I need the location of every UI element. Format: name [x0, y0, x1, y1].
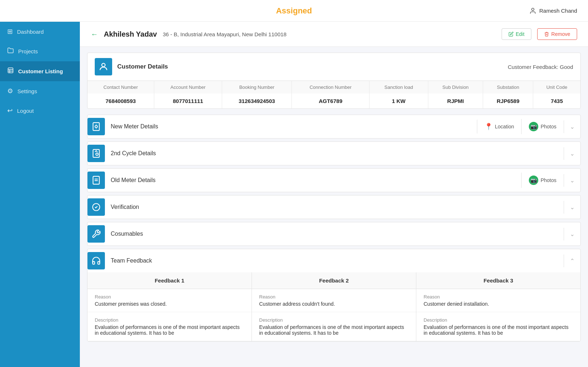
feedback-3-header: Feedback 3 [416, 272, 580, 289]
feedback-col-2: Feedback 2 Reason Customer address could… [252, 272, 416, 341]
accordion-2nd-cycle: 2nd Cycle Details ⌄ [87, 141, 581, 165]
old-meter-photos-button[interactable]: 📷 Photos [521, 173, 564, 188]
wrench-icon [91, 229, 101, 239]
back-button[interactable]: ← [91, 30, 98, 38]
accordion-old-meter: Old Meter Details 📷 Photos ⌄ [87, 168, 581, 192]
location-icon: 📍 [485, 123, 493, 131]
main-layout: ⊞ Dashboard Projects Customer Listing [0, 22, 588, 367]
col-header-sanction: Sanction load [369, 81, 428, 94]
top-header: Assigned Ramesh Chand [0, 0, 588, 22]
feedback-col-3: Feedback 3 Reason Customer denied instal… [416, 272, 580, 341]
team-feedback-title: Team Feedback [105, 257, 564, 264]
accordion-consumables: Cosumables ⌄ [87, 222, 581, 246]
edit-icon [509, 32, 514, 37]
feedback-2-reason-value: Customer address couldn't found. [259, 301, 409, 307]
sidebar: ⊞ Dashboard Projects Customer Listing [0, 22, 80, 367]
verification-actions: ⌄ [564, 201, 580, 214]
val-unitcode: 7435 [533, 94, 580, 108]
old-meter-actions: 📷 Photos ⌄ [521, 173, 580, 188]
consumables-actions: ⌄ [564, 228, 580, 240]
sidebar-item-label-settings: Settings [17, 88, 37, 94]
sidebar-item-label-projects: Projects [18, 48, 38, 54]
consumables-title: Cosumables [105, 231, 564, 237]
verification-title: Verification [105, 204, 564, 210]
feedback-2-desc-field: Description Evaluation of performances i… [252, 312, 416, 341]
consumables-icon-box [87, 225, 105, 243]
new-meter-title: New Meter Details [105, 123, 477, 130]
new-meter-icon-box [87, 118, 105, 135]
feedback-1-desc-label: Description [95, 317, 244, 323]
accordion-verification: Verification ⌄ [87, 195, 581, 219]
customer-address: 36 - B, Industrial Area Mayapuri, New De… [163, 31, 495, 37]
new-meter-chevron[interactable]: ⌄ [564, 120, 580, 133]
sidebar-item-dashboard[interactable]: ⊞ Dashboard [0, 22, 80, 41]
consumables-chevron[interactable]: ⌄ [564, 228, 580, 240]
old-meter-photos-label: Photos [540, 177, 556, 183]
accordion-header-team-feedback: Team Feedback ⌃ [87, 249, 580, 272]
accordion-left-old-meter: Old Meter Details [87, 172, 521, 189]
2nd-cycle-actions: ⌄ [564, 147, 580, 160]
val-booking: 312634924503 [222, 94, 292, 108]
new-meter-photos-button[interactable]: 📷 Photos [521, 119, 564, 134]
team-feedback-chevron[interactable]: ⌃ [564, 255, 580, 267]
old-meter-icon [91, 176, 101, 185]
2nd-cycle-chevron[interactable]: ⌄ [564, 147, 580, 160]
edit-label: Edit [516, 31, 524, 37]
feedback-1-reason-field: Reason Customer premises was closed. [87, 289, 252, 312]
sidebar-item-projects[interactable]: Projects [0, 41, 80, 61]
feedback-1-header: Feedback 1 [87, 272, 252, 289]
customer-details-header: Customer Details Customer Feedback: Good [87, 53, 580, 81]
feedback-2-desc-label: Description [259, 317, 409, 323]
col-header-substation: Substation [483, 81, 533, 94]
2nd-cycle-title: 2nd Cycle Details [105, 150, 564, 157]
feedback-3-desc-field: Description Evaluation of performances i… [416, 312, 580, 341]
svg-point-7 [95, 125, 98, 128]
val-subdivision: RJPMI [428, 94, 483, 108]
verification-icon-box [87, 198, 105, 216]
feedback-3-desc-label: Description [424, 317, 573, 323]
team-feedback-icon-box [87, 252, 105, 269]
customer-feedback-label: Customer Feedback: Good [508, 64, 573, 70]
col-header-booking: Booking Number [222, 81, 292, 94]
feedback-2-header: Feedback 2 [252, 272, 416, 289]
feedback-2-reason-label: Reason [259, 294, 409, 300]
user-name: Ramesh Chand [539, 8, 577, 14]
sidebar-item-logout[interactable]: ↩ Logout [0, 101, 80, 120]
col-header-subdivision: Sub Division [428, 81, 483, 94]
feedback-1-reason-label: Reason [95, 294, 244, 300]
meter-icon [91, 122, 101, 131]
customer-listing-icon [7, 67, 14, 75]
old-meter-title: Old Meter Details [105, 177, 521, 184]
feedback-2-desc-value: Evaluation of performances is one of the… [259, 324, 409, 336]
edit-button[interactable]: Edit [502, 28, 531, 40]
sidebar-item-customer-listing[interactable]: Customer Listing [0, 61, 80, 81]
sidebar-item-settings[interactable]: ⚙ Settings [0, 81, 80, 101]
accordion-header-old-meter: Old Meter Details 📷 Photos ⌄ [87, 169, 580, 192]
old-meter-chevron[interactable]: ⌄ [564, 174, 580, 187]
val-substation: RJP6589 [483, 94, 533, 108]
accordion-left-team-feedback: Team Feedback [87, 252, 564, 269]
camera-icon: 📷 [529, 122, 538, 131]
svg-rect-6 [93, 123, 99, 131]
feedback-1-desc-value: Evaluation of performances is one of the… [95, 324, 244, 336]
old-meter-icon-box [87, 172, 105, 189]
accordion-left-new-meter: New Meter Details [87, 118, 477, 135]
verification-chevron[interactable]: ⌄ [564, 201, 580, 214]
feedback-3-desc-value: Evaluation of performances is one of the… [424, 324, 573, 336]
feedback-col-1: Feedback 1 Reason Customer premises was … [87, 272, 252, 341]
location-button[interactable]: 📍 Location [477, 120, 521, 133]
svg-point-0 [531, 8, 534, 11]
customer-name: Akhilesh Yadav [104, 30, 157, 38]
section-header-left: Customer Details [95, 58, 168, 75]
customer-details-card: Customer Details Customer Feedback: Good… [87, 53, 581, 109]
feedback-3-reason-value: Customer denied installation. [424, 301, 573, 307]
col-header-unitcode: Unit Code [533, 81, 580, 94]
user-info: Ramesh Chand [529, 7, 577, 15]
settings-icon: ⚙ [7, 87, 13, 95]
main-content: ← Akhilesh Yadav 36 - B, Industrial Area… [80, 22, 588, 367]
feedback-3-reason-label: Reason [424, 294, 573, 300]
remove-button[interactable]: Remove [537, 28, 577, 40]
remove-label: Remove [551, 31, 570, 37]
remove-icon [544, 32, 549, 37]
accordion-left-consumables: Cosumables [87, 225, 564, 243]
